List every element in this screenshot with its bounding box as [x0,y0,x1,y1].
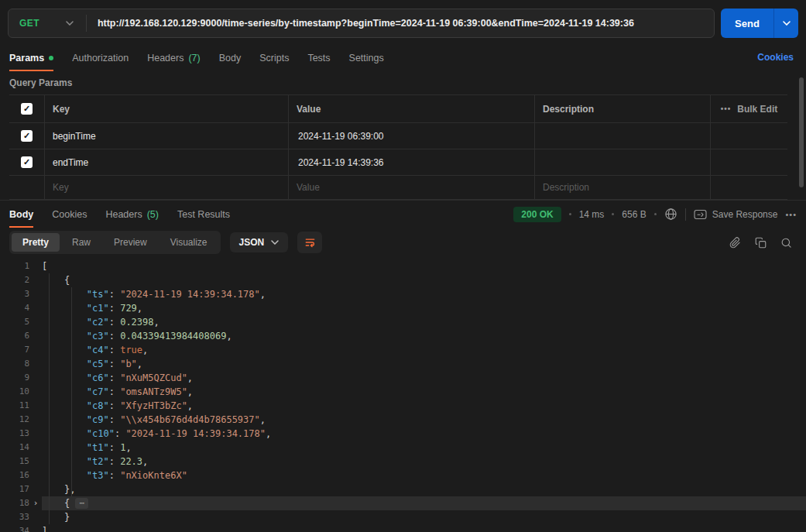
send-button[interactable]: Send [721,9,773,38]
param-value[interactable]: 2024-11-19 06:39:00 [288,123,534,149]
chevron-down-icon [783,21,791,26]
token: "c2" [87,317,109,328]
token: , [142,345,148,355]
token: , [260,289,266,300]
code-content: "c9": "\\x454b676d4d4b78655937", [42,413,806,427]
code-line: 15 "t2": 22.3, [0,455,806,469]
token: , [137,359,142,369]
line-number: 14 [0,441,29,455]
param-row-end [710,176,787,199]
code-line: 2 { [0,273,806,287]
dot-separator [654,213,657,215]
param-checkbox[interactable]: ✓ [21,130,33,142]
param-key[interactable]: beginTime [44,123,288,149]
token: : [109,470,120,481]
checkbox-cell: ✓ [9,149,44,175]
code-content: "c1": 729, [42,301,806,315]
token: "c9" [87,414,109,425]
tab-settings[interactable]: Settings [349,45,384,71]
tab-body[interactable]: Body [9,201,33,228]
param-description[interactable] [534,149,710,175]
tab-cookies[interactable]: Cookies [52,201,87,228]
response-time[interactable]: 14 ms [579,209,605,220]
code-content: "t2": 22.3, [42,455,806,469]
tab-authorization[interactable]: Authorization [72,45,129,71]
url-input[interactable] [87,18,714,29]
status-badge[interactable]: 200 OK [513,207,561,222]
response-more-icon[interactable]: ••• [785,210,797,219]
view-mode-segment: PrettyRawPreviewVisualize [9,231,221,254]
send-split-button: Send [721,9,798,38]
param-value[interactable]: 2024-11-19 14:39:36 [288,149,534,175]
collapsed-ellipsis[interactable]: ⋯ [75,498,88,509]
token: , [266,428,271,439]
param-key-placeholder[interactable]: Key [44,176,288,199]
tab-scripts[interactable]: Scripts [259,45,289,71]
tab-tests[interactable]: Tests [307,45,330,71]
param-row-empty: KeyValueDescription [9,176,787,200]
save-response-icon [694,209,707,220]
param-description-placeholder[interactable]: Description [534,176,710,199]
view-tab-preview[interactable]: Preview [103,233,158,252]
checkbox-cell [9,176,44,199]
bulk-edit-button[interactable]: Bulk Edit [737,104,777,115]
send-options-button[interactable] [773,9,798,38]
tab-label: Cookies [52,209,87,220]
cookies-link[interactable]: Cookies [757,52,794,63]
tab-headers[interactable]: Headers(7) [147,45,201,71]
token: , [125,442,131,453]
token: : [109,289,120,300]
code-line: 7 "c4": true, [0,343,806,357]
network-globe-icon[interactable] [664,208,677,221]
column-header-description: Description [534,95,710,122]
token: "2024-11-19 14:39:34.178" [125,428,266,439]
copy-icon[interactable] [755,237,767,249]
tab-test-results[interactable]: Test Results [177,201,230,228]
code-content: "ts": "2024-11-19 14:39:34.178", [42,287,806,301]
param-value-placeholder[interactable]: Value [288,176,534,199]
param-key[interactable]: endTime [44,149,288,175]
column-header-key: Key [44,95,288,122]
response-body-code: 1[2 {3 "ts": "2024-11-19 14:39:34.178",4… [0,257,806,532]
token: : [109,456,120,467]
response-size[interactable]: 656 B [622,209,646,220]
search-icon[interactable] [780,237,792,249]
tab-headers[interactable]: Headers(5) [105,201,159,228]
code-line: 16 "t3": "nXioKnte6X" [0,469,806,482]
tab-label: Scripts [259,53,289,63]
unsaved-dot-icon [49,56,53,60]
view-tab-raw[interactable]: Raw [61,233,101,252]
vertical-scrollbar[interactable] [799,77,804,187]
params-table-body: ✓beginTime2024-11-19 06:39:00✓endTime202… [9,123,787,200]
param-description[interactable] [534,123,710,149]
code-content: "t3": "nXioKnte6X" [42,469,806,482]
link-paperclip-icon[interactable] [729,237,741,249]
rest-client-window: GET Send ParamsAuthorizationHeaders(7)Bo… [0,0,806,532]
code-content: "c3": 0.04339413984408069, [42,329,806,343]
line-number: 10 [0,385,29,399]
view-tab-visualize[interactable]: Visualize [159,233,218,252]
table-header-row: ✓ Key Value Description ••• Bulk Edit [9,95,787,123]
param-checkbox[interactable]: ✓ [21,156,33,168]
fold-chevron-icon[interactable]: › [29,496,42,510]
method-select[interactable]: GET [9,9,86,37]
line-number: 8 [0,357,29,371]
line-number: 18 [0,496,29,510]
token: }, [64,484,75,495]
token: "c7" [87,386,109,397]
wrap-text-button[interactable] [297,232,322,253]
line-number: 2 [0,273,29,287]
token: true [120,345,142,355]
wrap-text-icon [304,237,316,248]
dot-separator [569,213,571,215]
token: "c1" [87,303,109,314]
code-content: ] [42,524,806,532]
tab-params[interactable]: Params [9,45,53,71]
tab-body[interactable]: Body [219,45,242,71]
more-options-icon[interactable]: ••• [721,105,732,113]
format-select[interactable]: JSON [230,232,289,252]
view-tab-pretty[interactable]: Pretty [12,233,60,252]
select-all-checkbox[interactable]: ✓ [21,103,33,115]
tab-label: Body [9,209,33,220]
save-response-button[interactable]: Save Response [694,209,778,220]
